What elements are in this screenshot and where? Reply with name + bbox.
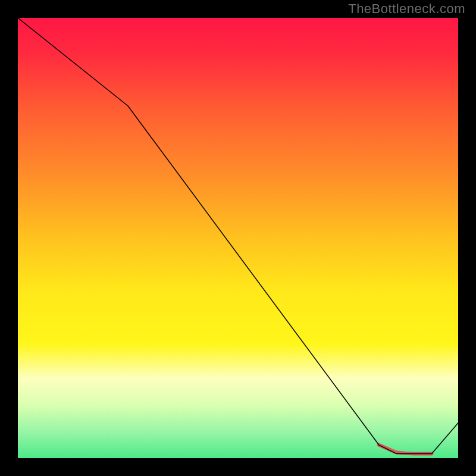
watermark-text: TheBottleneck.com <box>348 1 465 17</box>
chart-container: TheBottleneck.com <box>0 0 476 476</box>
chart-plot-area <box>18 18 458 458</box>
chart-background <box>18 18 458 458</box>
chart-svg <box>18 18 458 458</box>
